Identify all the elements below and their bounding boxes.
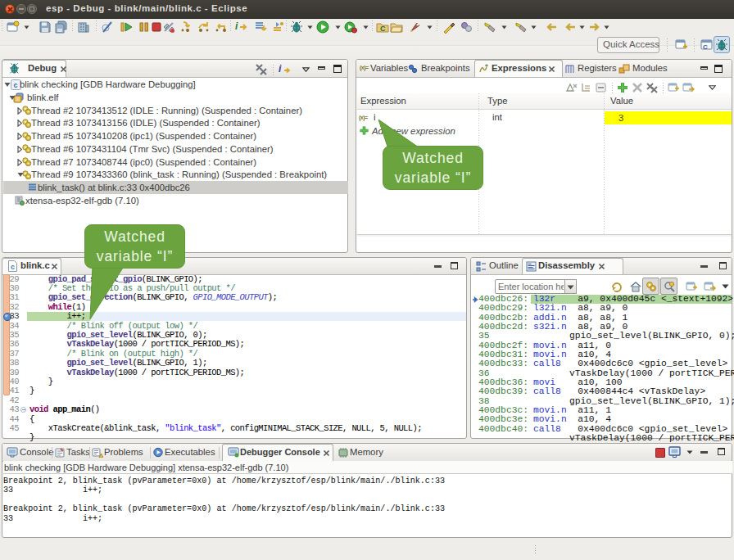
- svg-text:C: C: [703, 43, 708, 51]
- svg-text:C: C: [380, 25, 386, 33]
- svg-text:c: c: [14, 81, 18, 89]
- svg-text:c: c: [11, 263, 15, 271]
